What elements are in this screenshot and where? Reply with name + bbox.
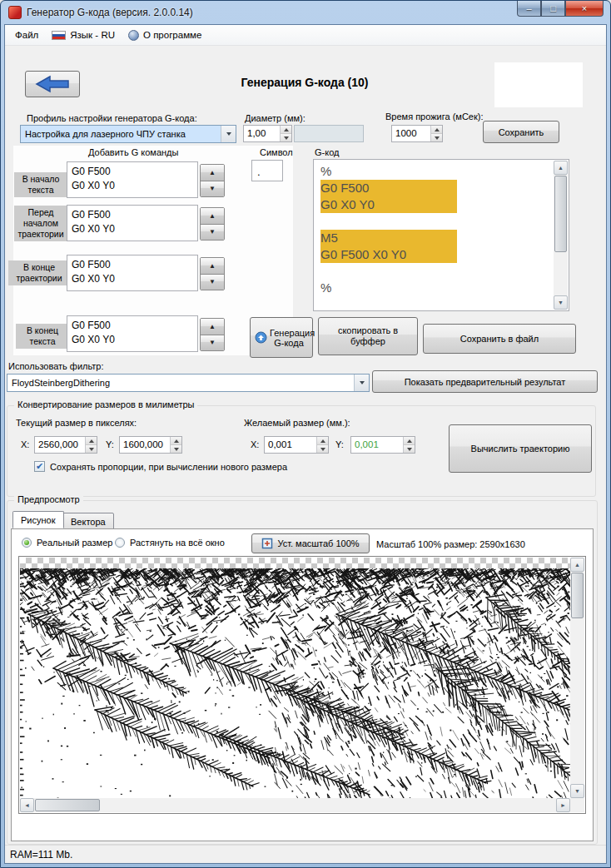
add-commands-header: Добавить G команды — [88, 147, 178, 157]
symbol-input[interactable]: . — [251, 160, 283, 181]
copy-to-clipboard-button[interactable]: скопировать в буффер — [318, 317, 418, 355]
minimize-button[interactable]: – — [517, 1, 541, 17]
diameter-label: Диаметр (мм): — [245, 113, 306, 123]
spinner-down-icon[interactable]: ▼ — [201, 274, 224, 290]
checkbox-check-icon[interactable]: ✔ — [34, 461, 45, 472]
preview-image — [20, 568, 572, 800]
spinner-up-icon[interactable] — [86, 437, 97, 444]
picture-placeholder — [494, 62, 583, 107]
spinner-down-icon[interactable] — [281, 133, 291, 141]
generate-gcode-button[interactable]: Генерация G-кода — [250, 317, 313, 358]
current-y-stepper[interactable]: 1600,000 — [119, 436, 182, 454]
preview-groupbox: Предпросмотр Рисунок Вектора Реальный ра… — [7, 500, 598, 845]
row-label-start-text: В начало текста — [14, 172, 67, 197]
gcommand-input-end-text[interactable]: G0 F500 G0 X0 Y0 — [67, 315, 198, 352]
profile-combobox[interactable]: Настройка для лазерного ЧПУ станка — [20, 125, 236, 143]
status-bar: RAM=111 Mb. — [5, 845, 606, 863]
convert-groupbox: Конвертирование размеров в милиметры Тек… — [7, 405, 596, 497]
radio-stretch-window[interactable]: Растянуть на всё окно — [115, 538, 225, 548]
scroll-up-icon[interactable]: ▲ — [570, 558, 584, 572]
gcommand-spinner[interactable]: ▲ ▼ — [200, 164, 225, 197]
scroll-right-icon[interactable]: ► — [556, 798, 570, 812]
gcommand-input-end-path[interactable]: G0 F500 G0 X0 Y0 — [67, 255, 198, 291]
scale-icon — [261, 538, 273, 549]
scrollbar-thumb[interactable] — [571, 573, 584, 618]
scroll-left-icon[interactable]: ◄ — [20, 798, 34, 812]
spinner-down-icon[interactable] — [404, 444, 415, 453]
spinner-down-icon[interactable] — [317, 444, 328, 453]
gcode-lines: % G0 F500 G0 X0 Y0 M5 G0 F500 X0 Y0 % — [314, 163, 554, 310]
gcommand-spinner[interactable]: ▲ ▼ — [200, 207, 225, 241]
calculate-path-button[interactable]: Вычислить траекторию — [449, 424, 592, 473]
info-icon — [128, 30, 139, 41]
spinner-up-icon[interactable]: ▲ — [201, 258, 224, 274]
chevron-down-icon — [226, 132, 231, 136]
diameter-stepper[interactable]: 1,00 — [243, 125, 292, 142]
scroll-up-icon[interactable]: ▲ — [554, 161, 568, 175]
generate-icon — [255, 331, 267, 344]
gcommand-input-start-text[interactable]: G0 F500 G0 X0 Y0 — [67, 161, 198, 198]
save-to-file-button[interactable]: Сохранить в файл — [423, 324, 576, 354]
spinner-up-icon[interactable] — [431, 126, 442, 133]
spinner-buttons[interactable] — [403, 437, 415, 453]
spinner-up-icon[interactable]: ▲ — [201, 165, 224, 181]
window-title: Генератор G-кода (версия. 2.0.0.14) — [27, 7, 193, 18]
scrollbar-thumb[interactable] — [35, 799, 100, 811]
gcode-output[interactable]: % G0 F500 G0 X0 Y0 M5 G0 F500 X0 Y0 % ▲ … — [313, 159, 569, 311]
burn-time-stepper[interactable]: 1000 — [391, 125, 443, 142]
spinner-buttons[interactable] — [85, 437, 97, 453]
tab-vectors[interactable]: Вектора — [62, 513, 114, 530]
preview-horizontal-scrollbar[interactable]: ◄ ► — [20, 798, 570, 812]
spinner-buttons[interactable] — [430, 126, 442, 141]
chevron-down-icon — [360, 381, 365, 384]
save-profile-button[interactable]: Сохранить — [483, 121, 559, 143]
current-x-stepper[interactable]: 2560,000 — [34, 436, 97, 454]
menu-language[interactable]: Язык - RU — [45, 27, 122, 42]
gcommand-spinner[interactable]: ▲ ▼ — [200, 318, 225, 351]
scroll-down-icon[interactable]: ▼ — [570, 784, 584, 798]
gcommand-input-before-path[interactable]: G0 F500 G0 X0 Y0 — [67, 205, 198, 241]
spinner-up-icon[interactable] — [404, 437, 415, 444]
spinner-down-icon[interactable]: ▼ — [201, 181, 224, 197]
back-button[interactable] — [25, 71, 80, 97]
spinner-up-icon[interactable] — [317, 437, 328, 444]
dropdown-button[interactable] — [354, 374, 369, 391]
spinner-up-icon[interactable] — [171, 437, 181, 444]
spinner-down-icon[interactable]: ▼ — [201, 224, 224, 241]
title-bar[interactable]: Генератор G-кода (версия. 2.0.0.14) – □ … — [1, 1, 610, 24]
close-button[interactable]: × — [565, 1, 604, 17]
spinner-down-icon[interactable] — [171, 444, 181, 453]
main-area: Генерация G-кода (10) Профиль настройки … — [5, 46, 606, 845]
spinner-buttons[interactable] — [280, 126, 291, 141]
gcode-header: G-код — [315, 147, 339, 157]
show-preview-result-button[interactable]: Показать предварительный результат — [372, 370, 598, 393]
spinner-down-icon[interactable] — [86, 444, 97, 453]
scrollbar-thumb[interactable] — [554, 176, 567, 252]
y-label: Y: — [335, 439, 344, 449]
spinner-down-icon[interactable]: ▼ — [201, 335, 224, 351]
preview-group-title: Предпросмотр — [14, 494, 83, 504]
set-scale-button[interactable]: Уст. масштаб 100% — [251, 533, 370, 553]
tab-picture[interactable]: Рисунок — [12, 511, 64, 528]
desired-y-stepper[interactable]: 0,001 — [350, 436, 415, 454]
keep-proportions-checkbox[interactable]: ✔ Сохранять пропорции, при вычислении но… — [34, 461, 287, 472]
gcommand-spinner[interactable]: ▲ ▼ — [200, 257, 225, 290]
spinner-up-icon[interactable]: ▲ — [201, 208, 224, 224]
menu-about[interactable]: О программе — [122, 27, 208, 43]
dropdown-button[interactable] — [221, 126, 236, 142]
filter-combobox[interactable]: FloydSteinbergDithering — [7, 374, 370, 392]
radio-real-size[interactable]: Реальный размер — [22, 538, 112, 548]
scroll-down-icon[interactable]: ▼ — [554, 295, 568, 310]
transparency-checker — [20, 558, 572, 568]
spinner-down-icon[interactable] — [431, 133, 442, 141]
menu-file[interactable]: Файл — [8, 27, 45, 42]
spinner-buttons[interactable] — [316, 437, 328, 453]
desired-x-stepper[interactable]: 0,001 — [264, 436, 329, 454]
preview-vertical-scrollbar[interactable]: ▲ ▼ — [570, 558, 584, 798]
spinner-buttons[interactable] — [170, 437, 181, 453]
gcode-scrollbar[interactable]: ▲ ▼ — [554, 161, 568, 310]
maximize-button[interactable]: □ — [541, 1, 565, 17]
spinner-up-icon[interactable] — [281, 126, 291, 133]
gcode-line: % — [314, 280, 554, 296]
spinner-up-icon[interactable]: ▲ — [201, 319, 224, 335]
